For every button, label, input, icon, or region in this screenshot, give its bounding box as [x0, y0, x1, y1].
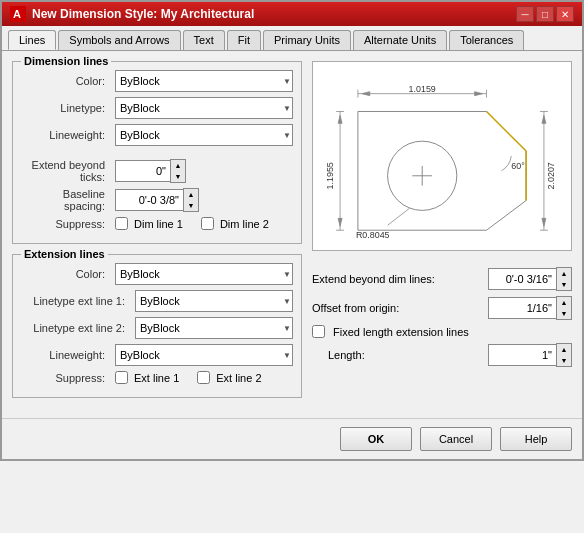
tab-tolerances[interactable]: Tolerances	[449, 30, 524, 50]
title-bar: A New Dimension Style: My Architectural …	[2, 2, 582, 26]
ext-line2-checkbox[interactable]	[197, 371, 210, 384]
length-up[interactable]: ▲	[557, 344, 571, 355]
dimension-lines-group: Dimension lines Color: ByBlock ▼ Linetyp…	[12, 61, 302, 244]
ok-button[interactable]: OK	[340, 427, 412, 451]
baseline-down[interactable]: ▼	[184, 200, 198, 211]
window-controls[interactable]: ─ □ ✕	[516, 6, 574, 22]
ext-linetype1-row: Linetype ext line 1: ByBlock ▼	[21, 290, 293, 312]
fixed-length-checkbox[interactable]	[312, 325, 325, 338]
extend-ticks-down[interactable]: ▼	[171, 171, 185, 182]
svg-text:60°: 60°	[511, 161, 525, 171]
fixed-length-label: Fixed length extension lines	[333, 326, 469, 338]
tab-primary-units[interactable]: Primary Units	[263, 30, 351, 50]
minimize-button[interactable]: ─	[516, 6, 534, 22]
dim-line1-label: Dim line 1	[134, 218, 183, 230]
ext-color-label: Color:	[21, 268, 111, 280]
baseline-label: Baseline spacing:	[21, 188, 111, 212]
offset-label: Offset from origin:	[312, 302, 484, 314]
dim-lineweight-row: Lineweight: ByBlock ▼	[21, 124, 293, 146]
ext-linetype2-label: Linetype ext line 2:	[21, 322, 131, 334]
ext-lineweight-label: Lineweight:	[21, 349, 111, 361]
svg-text:A: A	[13, 8, 21, 20]
right-panel: 1.0159 1.1955	[312, 61, 572, 408]
preview-box: 1.0159 1.1955	[312, 61, 572, 251]
length-row: Length: ▲ ▼	[312, 343, 572, 367]
length-label: Length:	[312, 349, 484, 361]
tab-bar: Lines Symbols and Arrows Text Fit Primar…	[2, 26, 582, 51]
dim-line2-label: Dim line 2	[220, 218, 269, 230]
ext-line1-checkbox[interactable]	[115, 371, 128, 384]
left-panel: Dimension lines Color: ByBlock ▼ Linetyp…	[12, 61, 302, 408]
ext-beyond-label: Extend beyond dim lines:	[312, 273, 484, 285]
ext-color-select[interactable]: ByBlock	[115, 263, 293, 285]
svg-text:1.0159: 1.0159	[409, 84, 436, 94]
extend-ticks-spinner: ▲ ▼	[115, 159, 186, 183]
fixed-length-row: Fixed length extension lines	[312, 325, 572, 338]
ext-beyond-up[interactable]: ▲	[557, 268, 571, 279]
svg-text:1.1955: 1.1955	[325, 162, 335, 189]
dim-color-select[interactable]: ByBlock	[115, 70, 293, 92]
tab-lines[interactable]: Lines	[8, 30, 56, 50]
offset-row: Offset from origin: ▲ ▼	[312, 296, 572, 320]
ext-beyond-down[interactable]: ▼	[557, 279, 571, 290]
offset-down[interactable]: ▼	[557, 308, 571, 319]
ext-color-select-wrapper: ByBlock ▼	[115, 263, 293, 285]
dim-line1-checkbox[interactable]	[115, 217, 128, 230]
ext-beyond-input[interactable]	[488, 268, 556, 290]
dim-lineweight-select[interactable]: ByBlock	[115, 124, 293, 146]
ext-lineweight-select[interactable]: ByBlock	[115, 344, 293, 366]
extension-lines-title: Extension lines	[21, 248, 108, 260]
extension-lines-group: Extension lines Color: ByBlock ▼ Linetyp…	[12, 254, 302, 398]
button-row: OK Cancel Help	[2, 418, 582, 459]
baseline-up[interactable]: ▲	[184, 189, 198, 200]
dim-color-row: Color: ByBlock ▼	[21, 70, 293, 92]
ext-suppress-row: Suppress: Ext line 1 Ext line 2	[21, 371, 293, 384]
tab-symbols[interactable]: Symbols and Arrows	[58, 30, 180, 50]
ext-lineweight-select-wrapper: ByBlock ▼	[115, 344, 293, 366]
baseline-spinner-btns: ▲ ▼	[183, 188, 199, 212]
svg-text:R0.8045: R0.8045	[356, 230, 390, 240]
ext-suppress-label: Suppress:	[21, 372, 111, 384]
tab-alternate-units[interactable]: Alternate Units	[353, 30, 447, 50]
window-title: New Dimension Style: My Architectural	[32, 7, 254, 21]
dim-suppress-label: Suppress:	[21, 218, 111, 230]
ext-beyond-spinner: ▲ ▼	[488, 267, 572, 291]
ext-line2-label: Ext line 2	[216, 372, 261, 384]
ext-color-row: Color: ByBlock ▼	[21, 263, 293, 285]
length-down[interactable]: ▼	[557, 355, 571, 366]
ext-linetype1-label: Linetype ext line 1:	[21, 295, 131, 307]
extend-ticks-input[interactable]	[115, 160, 170, 182]
dim-linetype-select-wrapper: ByBlock ▼	[115, 97, 293, 119]
tab-text[interactable]: Text	[183, 30, 225, 50]
dim-color-label: Color:	[21, 75, 111, 87]
baseline-input[interactable]	[115, 189, 183, 211]
ext-linetype1-select-wrapper: ByBlock ▼	[135, 290, 293, 312]
dim-linetype-select[interactable]: ByBlock	[115, 97, 293, 119]
ext-lineweight-row: Lineweight: ByBlock ▼	[21, 344, 293, 366]
ext-linetype2-select-wrapper: ByBlock ▼	[135, 317, 293, 339]
dim-linetype-label: Linetype:	[21, 102, 111, 114]
baseline-row: Baseline spacing: ▲ ▼	[21, 188, 293, 212]
ext-linetype2-select[interactable]: ByBlock	[135, 317, 293, 339]
tab-fit[interactable]: Fit	[227, 30, 261, 50]
dim-suppress-checkboxes: Dim line 1 Dim line 2	[115, 217, 269, 230]
dim-color-select-wrapper: ByBlock ▼	[115, 70, 293, 92]
dim-line2-checkbox[interactable]	[201, 217, 214, 230]
maximize-button[interactable]: □	[536, 6, 554, 22]
offset-up[interactable]: ▲	[557, 297, 571, 308]
extend-ticks-spinner-btns: ▲ ▼	[170, 159, 186, 183]
help-button[interactable]: Help	[500, 427, 572, 451]
preview-drawing: 1.0159 1.1955	[313, 62, 571, 250]
ext-linetype2-row: Linetype ext line 2: ByBlock ▼	[21, 317, 293, 339]
dim-suppress-row: Suppress: Dim line 1 Dim line 2	[21, 217, 293, 230]
close-button[interactable]: ✕	[556, 6, 574, 22]
offset-input[interactable]	[488, 297, 556, 319]
svg-text:2.0207: 2.0207	[546, 162, 556, 189]
length-input[interactable]	[488, 344, 556, 366]
cancel-button[interactable]: Cancel	[420, 427, 492, 451]
ext-suppress-checkboxes: Ext line 1 Ext line 2	[115, 371, 262, 384]
extend-ticks-label: Extend beyond ticks:	[21, 159, 111, 183]
length-spinner: ▲ ▼	[488, 343, 572, 367]
extend-ticks-up[interactable]: ▲	[171, 160, 185, 171]
ext-linetype1-select[interactable]: ByBlock	[135, 290, 293, 312]
